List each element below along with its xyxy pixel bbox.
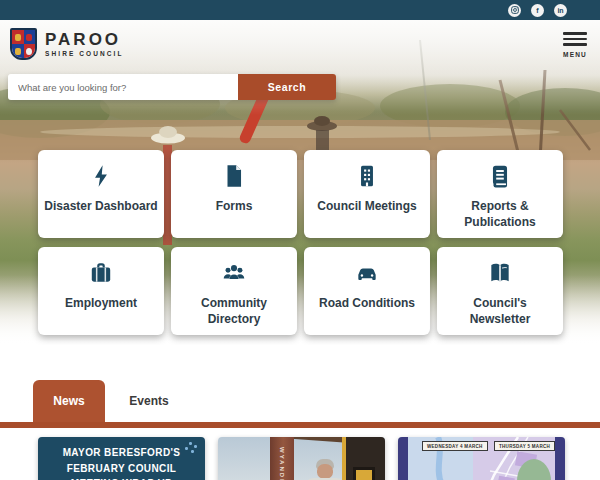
news-card-wyandra-photo[interactable]: WYANDRA bbox=[218, 437, 385, 480]
hamburger-menu-button[interactable]: MENU bbox=[562, 32, 588, 58]
quick-link-label: Reports & Publications bbox=[443, 198, 557, 230]
search-button[interactable]: Search bbox=[238, 74, 336, 100]
quick-link-councils-newsletter[interactable]: Council's Newsletter bbox=[437, 247, 563, 335]
hamburger-icon bbox=[563, 32, 587, 35]
quick-link-label: Council's Newsletter bbox=[443, 295, 557, 327]
search-bar: Search bbox=[8, 74, 336, 100]
map-left-border bbox=[398, 437, 408, 480]
quick-link-disaster-dashboard[interactable]: Disaster Dashboard bbox=[38, 150, 164, 238]
people-group-icon bbox=[221, 260, 247, 286]
dots-decoration-icon bbox=[179, 442, 197, 456]
search-input[interactable] bbox=[8, 74, 238, 100]
news-card-title: MAYOR BERESFORD'S FEBRUARY COUNCIL MEETI… bbox=[52, 445, 192, 480]
logo-title: PAROO bbox=[45, 31, 124, 48]
map-label-thursday: THURSDAY 5 MARCH bbox=[494, 441, 555, 451]
quick-link-label: Forms bbox=[177, 198, 291, 214]
hero-section: PAROO SHIRE COUNCIL MENU Search Disaster… bbox=[0, 20, 600, 345]
quick-link-community-directory[interactable]: Community Directory bbox=[171, 247, 297, 335]
map-right-border bbox=[555, 437, 565, 480]
quick-link-forms[interactable]: Forms bbox=[171, 150, 297, 238]
man-portrait bbox=[302, 459, 348, 480]
building-icon bbox=[354, 163, 380, 189]
quick-link-label: Council Meetings bbox=[310, 198, 424, 214]
council-crest-icon bbox=[10, 28, 37, 60]
map-label-wednesday: WEDNESDAY 4 MARCH bbox=[422, 441, 488, 451]
quick-link-council-meetings[interactable]: Council Meetings bbox=[304, 150, 430, 238]
dark-wall bbox=[345, 437, 385, 480]
facebook-icon[interactable]: f bbox=[531, 4, 544, 17]
wyandra-sign-pillar: WYANDRA bbox=[270, 437, 294, 480]
instagram-icon[interactable] bbox=[508, 4, 521, 17]
tab-underline bbox=[0, 422, 600, 428]
quick-link-label: Road Conditions bbox=[310, 295, 424, 311]
news-events-tabs: News Events bbox=[0, 345, 600, 437]
quick-link-employment[interactable]: Employment bbox=[38, 247, 164, 335]
car-icon bbox=[354, 260, 380, 286]
logo-subtitle: SHIRE COUNCIL bbox=[45, 51, 124, 58]
lightning-bolt-icon bbox=[88, 163, 114, 189]
news-cards-row: MAYOR BERESFORD'S FEBRUARY COUNCIL MEETI… bbox=[38, 437, 565, 480]
quick-link-label: Disaster Dashboard bbox=[44, 198, 158, 214]
briefcase-icon bbox=[88, 260, 114, 286]
wyandra-sign-text: WYANDRA bbox=[279, 447, 285, 480]
tab-news[interactable]: News bbox=[33, 380, 105, 422]
news-card-event-map[interactable]: WEDNESDAY 4 MARCH THURSDAY 5 MARCH bbox=[398, 437, 565, 480]
linkedin-icon[interactable]: in bbox=[554, 4, 567, 17]
top-social-bar: f in bbox=[0, 0, 600, 20]
quick-link-reports-publications[interactable]: Reports & Publications bbox=[437, 150, 563, 238]
quick-link-label: Employment bbox=[44, 295, 158, 311]
report-book-icon bbox=[487, 163, 513, 189]
document-icon bbox=[221, 163, 247, 189]
tab-events[interactable]: Events bbox=[105, 380, 193, 422]
news-card-mayor-wrap-up[interactable]: MAYOR BERESFORD'S FEBRUARY COUNCIL MEETI… bbox=[38, 437, 205, 480]
quick-link-label: Community Directory bbox=[177, 295, 291, 327]
menu-label: MENU bbox=[563, 51, 587, 58]
quick-links-grid: Disaster Dashboard Forms Council Meeting… bbox=[38, 150, 563, 335]
quick-link-road-conditions[interactable]: Road Conditions bbox=[304, 247, 430, 335]
site-logo[interactable]: PAROO SHIRE COUNCIL bbox=[10, 28, 124, 60]
open-book-icon bbox=[487, 260, 513, 286]
